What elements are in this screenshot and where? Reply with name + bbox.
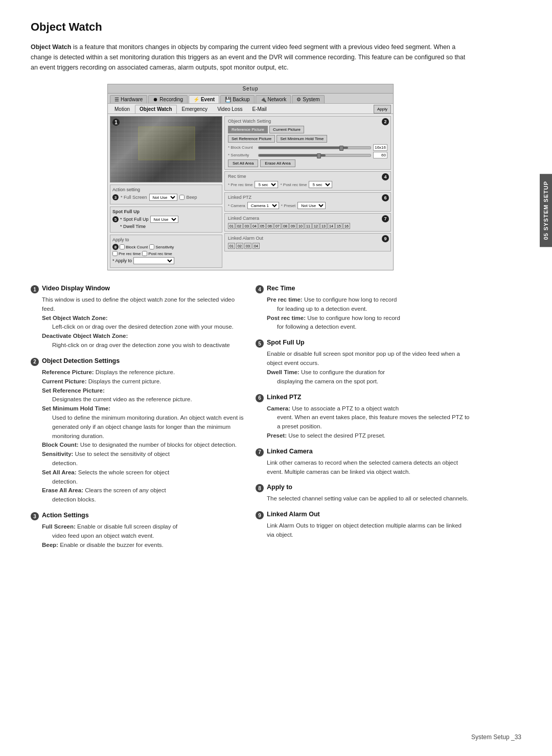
alarm-btn-3[interactable]: 03	[244, 243, 251, 249]
setup-titlebar: Setup	[108, 84, 393, 94]
setup-body: 1	[108, 114, 393, 270]
set-min-hold-btn[interactable]: Set Minimum Hold Time	[277, 135, 327, 143]
post-rec-check[interactable]	[142, 251, 147, 256]
tab-recording[interactable]: ⏺Recording	[148, 95, 188, 103]
area-buttons: Set All Area Erase All Area	[228, 159, 387, 167]
desc-item-2: 2 Object Detection Settings Reference Pi…	[31, 357, 245, 505]
desc-right-column: 4 Rec Time Pre rec time: Use to configur…	[256, 285, 470, 557]
beep-checkbox[interactable]	[179, 195, 185, 200]
apply-button[interactable]: Apply	[374, 105, 391, 113]
desc-item-9: 9 Linked Alarm Out Link Alarm Outs to tr…	[256, 511, 470, 540]
desc-badge-7: 7	[256, 448, 264, 456]
ref-picture-btn[interactable]: Reference Picture	[228, 126, 268, 133]
desc-item-4-header: 4 Rec Time	[256, 285, 470, 293]
linked-ptz-title: Linked PTZ	[228, 195, 387, 200]
cam-btn-13[interactable]: 13	[320, 223, 327, 229]
spot-select[interactable]: Not Use	[150, 216, 178, 223]
subtab-emergency[interactable]: Emergency	[177, 105, 213, 113]
sensitivity-check-label: Sensitivity	[155, 245, 174, 249]
video-grid-overlay	[110, 117, 222, 182]
ptz-preset-label: * Preset	[281, 203, 295, 208]
desc-title-7: Linked Camera	[267, 448, 313, 455]
desc-item-7: 7 Linked Camera Link other cameras to re…	[256, 448, 470, 477]
page-title: Object Watch	[31, 20, 470, 34]
desc-body-4: Pre rec time: Use to configure how long …	[256, 295, 470, 332]
rec-time-box: Rec time 4 * Pre rec time 5 sec * Post r…	[224, 171, 391, 191]
sensitivity-slider[interactable]	[258, 154, 371, 157]
cam-btn-10[interactable]: 10	[297, 223, 304, 229]
desc-item-4: 4 Rec Time Pre rec time: Use to configur…	[256, 285, 470, 332]
tab-event[interactable]: ⚡Event	[189, 95, 219, 103]
ptz-preset-select[interactable]: Not Use	[297, 202, 326, 209]
object-watch-setting-title: Object Watch Setting	[228, 119, 387, 124]
cam-btn-4[interactable]: 04	[251, 223, 258, 229]
cur-picture-btn[interactable]: Current Picture	[269, 126, 304, 133]
tab-system[interactable]: ⚙System	[292, 95, 324, 103]
block-count-check[interactable]	[120, 244, 125, 249]
beep-label: Beep	[187, 195, 197, 200]
set-ref-picture-btn[interactable]: Set Reference Picture	[228, 135, 275, 143]
cam-btn-6[interactable]: 06	[266, 223, 273, 229]
subtab-object-watch[interactable]: Object Watch	[135, 105, 177, 113]
badge-7: 7	[382, 215, 389, 222]
linked-alarm-out-title: Linked Alarm Out	[228, 236, 387, 241]
subtab-email[interactable]: E-Mail	[247, 105, 271, 113]
setup-main-tabs: ☰Hardware ⏺Recording ⚡Event 💾Backup 🔌Net…	[108, 94, 393, 104]
video-display-window[interactable]: 1	[110, 116, 222, 182]
ptz-camera-select[interactable]: Camera 1	[247, 202, 279, 209]
full-screen-select[interactable]: Not Use	[149, 194, 177, 201]
cam-btn-14[interactable]: 14	[328, 223, 335, 229]
sensitivity-thumb[interactable]	[317, 153, 321, 158]
alarm-btn-1[interactable]: 01	[228, 243, 235, 249]
tab-hardware[interactable]: ☰Hardware	[110, 95, 147, 103]
linked-camera-box: Linked Camera 7 01 02 03 04 05 06 07 08 …	[224, 213, 391, 232]
cam-btn-5[interactable]: 05	[259, 223, 266, 229]
cam-btn-2[interactable]: 02	[236, 223, 243, 229]
pre-rec-check[interactable]	[112, 251, 118, 256]
subtab-video-loss[interactable]: Video Loss	[213, 105, 247, 113]
cam-btn-8[interactable]: 08	[282, 223, 289, 229]
cam-btn-9[interactable]: 09	[289, 223, 296, 229]
cam-btn-11[interactable]: 11	[305, 223, 312, 229]
apply-to-title: Apply to	[112, 237, 220, 242]
linked-ptz-box: Linked PTZ 6 * Camera Camera 1 * Preset …	[224, 192, 391, 212]
action-full-screen-row: 3 * Full Screen Not Use Beep	[112, 194, 220, 201]
cam-btn-3[interactable]: 03	[243, 223, 250, 229]
cam-btn-16[interactable]: 16	[343, 223, 350, 229]
erase-all-area-btn[interactable]: Erase All Area	[260, 159, 295, 167]
object-watch-setting-box: Object Watch Setting 2 Reference Picture…	[224, 116, 391, 170]
badge-3: 3	[112, 194, 119, 200]
post-rec-check-label: Post rec time	[148, 251, 172, 256]
cam-btn-7[interactable]: 07	[274, 223, 281, 229]
post-rec-select[interactable]: 5 sec	[309, 181, 332, 188]
check-post-rec: Post rec time	[142, 251, 172, 256]
block-count-slider[interactable]	[258, 146, 371, 149]
cam-btn-15[interactable]: 15	[335, 223, 342, 229]
linked-camera-grid: 01 02 03 04 05 06 07 08 09 10 11 12 13 1…	[228, 223, 387, 229]
sensitivity-fill	[259, 154, 326, 156]
pre-rec-select[interactable]: 5 sec	[255, 181, 278, 188]
alarm-btn-2[interactable]: 02	[236, 243, 243, 249]
setup-subtabs: Motion Object Watch Emergency Video Loss…	[108, 104, 393, 114]
apply-to-dropdown-label: * Apply to	[112, 258, 132, 263]
sensitivity-check[interactable]	[149, 244, 154, 249]
desc-badge-8: 8	[256, 484, 264, 492]
block-count-thumb[interactable]	[339, 146, 343, 151]
subtab-motion[interactable]: Motion	[110, 105, 134, 113]
desc-badge-9: 9	[256, 511, 264, 519]
cam-btn-12[interactable]: 12	[312, 223, 319, 229]
desc-title-9: Linked Alarm Out	[267, 511, 320, 518]
set-all-area-btn[interactable]: Set All Area	[228, 159, 258, 167]
desc-badge-2: 2	[31, 358, 39, 366]
tab-backup[interactable]: 💾Backup	[220, 95, 254, 103]
sensitivity-value: 60	[373, 152, 387, 158]
setup-ui-screenshot: Setup ☰Hardware ⏺Recording ⚡Event 💾Backu…	[107, 84, 394, 270]
tab-network[interactable]: 🔌Network	[256, 95, 291, 103]
desc-body-6: Camera: Use to associate a PTZ to a obje…	[256, 404, 470, 441]
block-count-fill	[259, 147, 348, 149]
block-count-label: * Block Count	[228, 145, 256, 150]
apply-to-select[interactable]	[133, 257, 174, 264]
desc-title-1: Video Display Window	[42, 285, 110, 292]
alarm-btn-4[interactable]: 04	[252, 243, 260, 249]
cam-btn-1[interactable]: 01	[228, 223, 235, 229]
